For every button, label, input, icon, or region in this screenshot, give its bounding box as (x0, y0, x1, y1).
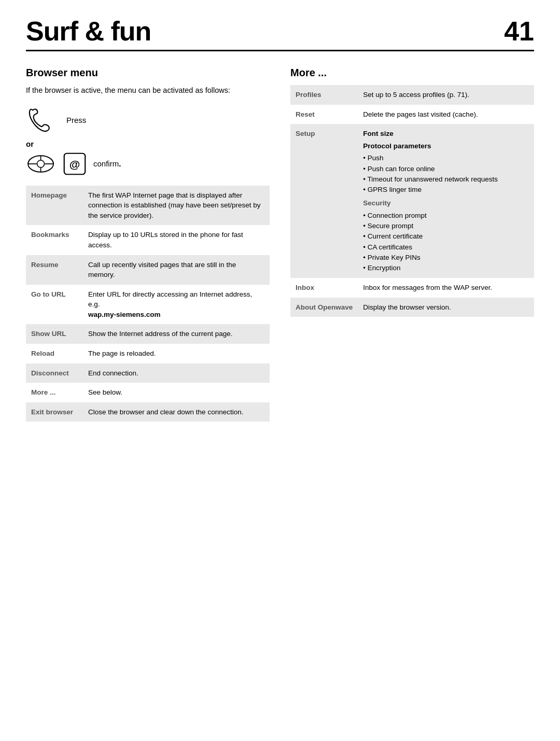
right-column: More ... ProfilesSet up to 5 access prof… (290, 67, 534, 422)
menu-table-row: BookmarksDisplay up to 10 URLs stored in… (26, 225, 270, 255)
menu-key-cell: Exit browser (26, 402, 83, 422)
more-menu-table: ProfilesSet up to 5 access profiles (p. … (290, 85, 534, 317)
menu-value-cell: The first WAP Internet page that is disp… (83, 186, 270, 226)
page-number: 41 (504, 16, 534, 47)
more-value-cell: Font sizeProtocol parametersPushPush can… (358, 124, 534, 278)
list-item: Encryption (363, 263, 529, 273)
more-key-cell: Setup (290, 124, 358, 278)
menu-key-cell: Reload (26, 344, 83, 363)
menu-value-cell: Close the browser and clear down the con… (83, 402, 270, 422)
more-key-cell: Inbox (290, 278, 358, 298)
more-table-row: InboxInbox for messages from the WAP ser… (290, 278, 534, 298)
more-value-cell: Delete the pages last visited (cache). (358, 105, 534, 124)
left-column: Browser menu If the browser is active, t… (26, 67, 270, 422)
svg-text:@: @ (69, 158, 80, 170)
at-key-icon: @ (63, 152, 86, 175)
list-item: Secure prompt (363, 221, 529, 231)
menu-value-cell: Enter URL for directly accessing an Inte… (83, 285, 270, 325)
list-item: Push (363, 153, 529, 163)
browser-menu-table: HomepageThe first WAP Internet page that… (26, 186, 270, 422)
menu-value-cell: Show the Internet address of the current… (83, 324, 270, 344)
protocol-list: PushPush can force onlineTimeout for una… (363, 153, 529, 195)
menu-key-cell: Bookmarks (26, 225, 83, 255)
page-header: Surf & fun 41 (26, 16, 534, 51)
menu-table-row: HomepageThe first WAP Internet page that… (26, 186, 270, 226)
menu-value-cell: See below. (83, 383, 270, 402)
list-item: Timeout for unanswered network requests (363, 174, 529, 185)
phone-icon (26, 106, 57, 134)
menu-table-row: DisconnectEnd connection. (26, 363, 270, 383)
menu-table-row: ResumeCall up recently visited pages tha… (26, 255, 270, 285)
protocol-heading: Protocol parameters (363, 141, 529, 151)
menu-value-cell: The page is reloaded. (83, 344, 270, 363)
more-table-row: ResetDelete the pages last visited (cach… (290, 105, 534, 124)
more-key-cell: About Openwave (290, 298, 358, 317)
press-label: Press (66, 116, 86, 124)
menu-key-cell: Homepage (26, 186, 83, 226)
page: Surf & fun 41 Browser menu If the browse… (0, 0, 560, 741)
more-table-row: ProfilesSet up to 5 access profiles (p. … (290, 85, 534, 105)
list-item: CA certificates (363, 242, 529, 253)
menu-key-cell: Go to URL (26, 285, 83, 325)
security-list: Connection promptSecure promptCurrent ce… (363, 211, 529, 274)
menu-value-cell: End connection. (83, 363, 270, 383)
more-value-cell: Set up to 5 access profiles (p. 71). (358, 85, 534, 105)
security-heading: Security (363, 198, 529, 208)
list-item: Push can force online (363, 164, 529, 174)
more-table-row: SetupFont sizeProtocol parametersPushPus… (290, 124, 534, 278)
menu-value-cell: Call up recently visited pages that are … (83, 255, 270, 285)
browser-menu-heading: Browser menu (26, 67, 270, 79)
svg-point-1 (37, 160, 45, 167)
more-key-cell: Profiles (290, 85, 358, 105)
more-value-cell: Display the browser version. (358, 298, 534, 317)
menu-key-cell: Show URL (26, 324, 83, 344)
confirm-area: @ confirm. (26, 152, 270, 175)
main-content: Browser menu If the browser is active, t… (26, 67, 534, 422)
list-item: Connection prompt (363, 211, 529, 221)
menu-table-row: More ...See below. (26, 383, 270, 402)
menu-key-cell: More ... (26, 383, 83, 402)
menu-key-cell: Disconnect (26, 363, 83, 383)
more-heading: More ... (290, 67, 534, 79)
menu-table-row: Exit browserClose the browser and clear … (26, 402, 270, 422)
press-area: Press (26, 106, 270, 134)
list-item: GPRS linger time (363, 185, 529, 195)
more-value-cell: Inbox for messages from the WAP server. (358, 278, 534, 298)
confirm-label: confirm. (93, 159, 121, 168)
menu-key-cell: Resume (26, 255, 83, 285)
menu-value-cell: Display up to 10 URLs stored in the phon… (83, 225, 270, 255)
menu-table-row: Show URLShow the Internet address of the… (26, 324, 270, 344)
list-item: Private Key PINs (363, 253, 529, 263)
url-bold: wap.my-siemens.com (88, 311, 161, 318)
font-size-heading: Font size (363, 129, 529, 139)
menu-table-row: ReloadThe page is reloaded. (26, 344, 270, 363)
list-item: Current certificate (363, 231, 529, 242)
browser-menu-intro: If the browser is active, the menu can b… (26, 85, 270, 96)
more-table-row: About OpenwaveDisplay the browser versio… (290, 298, 534, 317)
nav-pad-icon (26, 153, 56, 175)
or-label: or (26, 139, 270, 148)
page-title: Surf & fun (26, 16, 151, 47)
menu-table-row: Go to URLEnter URL for directly accessin… (26, 285, 270, 325)
more-key-cell: Reset (290, 105, 358, 124)
